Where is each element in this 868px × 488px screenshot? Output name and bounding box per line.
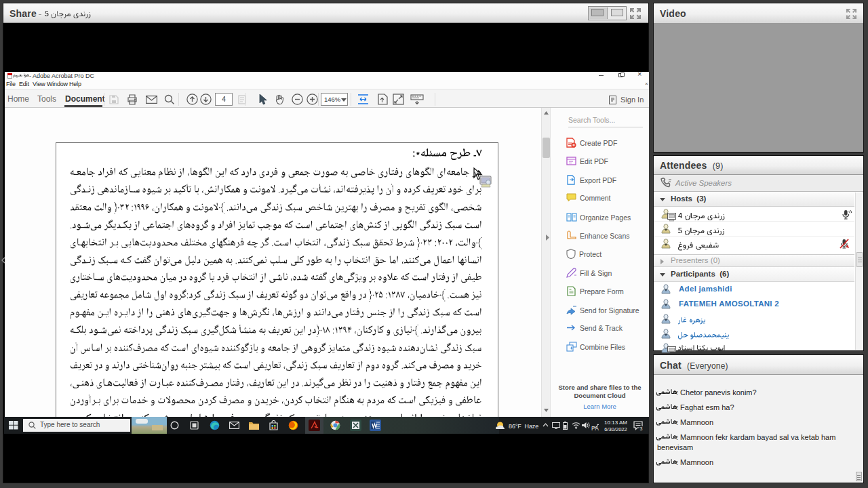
svg-text:3: 3	[640, 426, 643, 431]
